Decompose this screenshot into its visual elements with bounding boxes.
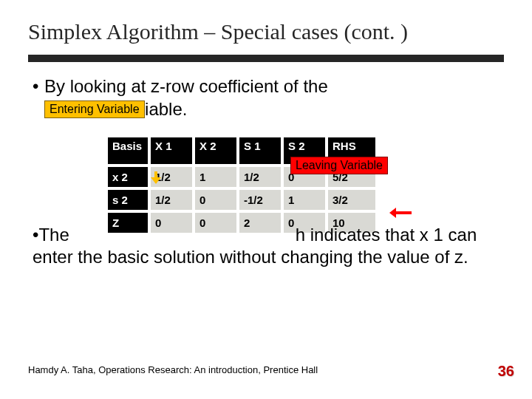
- bullet2-rest: h indicates that x 1 can enter the basic…: [33, 225, 477, 267]
- title-rule: [28, 55, 504, 62]
- simplex-table-wrap: Basis X 1 X 2 S 1 S 2 RHS x 2 1/2 1 1/2 …: [108, 137, 504, 233]
- bullet1-line1: By looking at z-row coefficient of the: [44, 76, 328, 96]
- bullet2-prefix: The: [38, 225, 69, 245]
- bullet-2: •Theh indicates that x 1 can enter the b…: [33, 224, 504, 268]
- cell: 1/2: [149, 188, 194, 211]
- slide: Simplex Algorithm – Special cases (cont.…: [0, 0, 532, 399]
- cell: 1: [282, 188, 327, 211]
- cell: 3/2: [327, 188, 375, 211]
- slide-title: Simplex Algorithm – Special cases (cont.…: [28, 19, 504, 44]
- leaving-variable-label: Leaving Variable: [290, 157, 388, 174]
- th-x2: X 2: [194, 137, 238, 166]
- bullet-1: •By looking at z-row coefficient of the: [33, 75, 504, 98]
- footer-citation: Hamdy A. Taha, Operations Research: An i…: [28, 364, 318, 375]
- page-number: 36: [498, 363, 514, 380]
- cell: 1: [194, 166, 238, 188]
- cell: 1/2: [238, 166, 282, 188]
- entering-variable-label: Entering Variable: [44, 100, 145, 118]
- bullet1-line2-wrap: nonbasic variable. Entering Variable: [44, 99, 504, 121]
- cell: 0: [194, 188, 238, 211]
- table-row: s 2 1/2 0 -1/2 1 3/2: [108, 188, 375, 211]
- simplex-table: Basis X 1 X 2 S 1 S 2 RHS x 2 1/2 1 1/2 …: [108, 137, 375, 233]
- row-basis: s 2: [108, 188, 149, 211]
- row-basis: x 2: [108, 166, 149, 188]
- cell: -1/2: [238, 188, 282, 211]
- th-basis: Basis: [108, 137, 149, 166]
- th-s1: S 1: [238, 137, 282, 166]
- th-x1: X 1: [149, 137, 194, 166]
- bullet-dot: •: [33, 75, 44, 98]
